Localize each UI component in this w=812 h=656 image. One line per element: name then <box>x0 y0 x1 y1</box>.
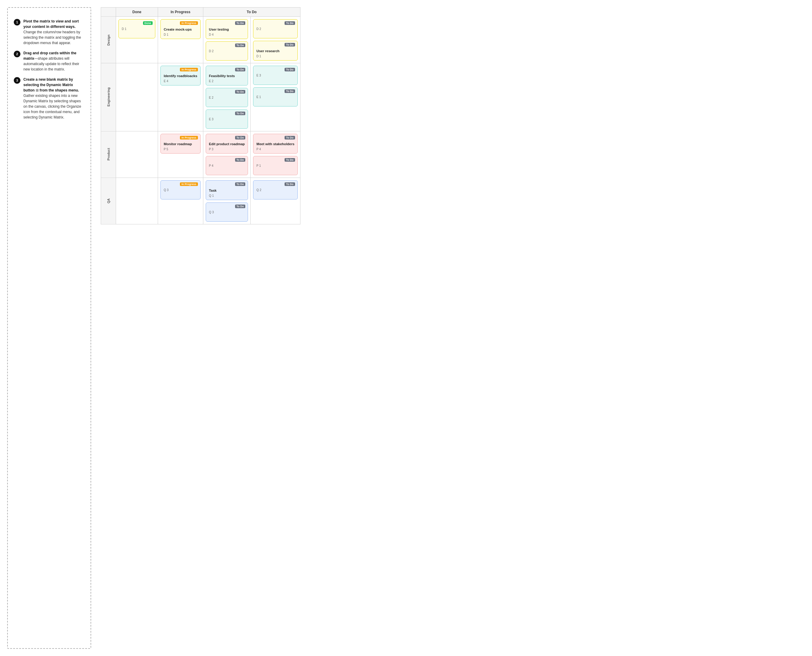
card-badge-1-3-0: To Do <box>284 68 295 71</box>
card-badge-3-2-1: To Do <box>235 204 245 208</box>
card-0-0-0[interactable]: DoneD 1 <box>119 19 155 39</box>
cards-1-1: In ProgressIdentify roadbloacksE 4 <box>161 66 201 85</box>
cell-2-3: To DoMeet with stakeholdersP 4To DoP 1 <box>251 131 301 178</box>
card-title-1-1-0: Identify roadbloacks <box>164 74 197 78</box>
card-meta-1-2-2: E 3 <box>209 118 245 121</box>
card-title-0-1-0: Create mock-ups <box>164 27 197 32</box>
card-badge-1-3-1: To Do <box>284 90 295 93</box>
card-badge-0-2-0: To Do <box>235 21 245 25</box>
card-1-3-1[interactable]: To DoE 1 <box>253 87 298 107</box>
card-meta-3-1-0: Q 3 <box>164 188 197 192</box>
card-badge-3-2-0: To Do <box>235 183 245 186</box>
card-meta-0-2-1: D 2 <box>209 50 245 53</box>
matrix-container: DoneIn ProgressTo Do DesignDoneD 1In Pro… <box>101 7 805 649</box>
instruction-text-1: Pivot the matrix to view and sort your c… <box>23 19 85 46</box>
cards-1-3: To DoE 3To DoE 1 <box>253 66 298 107</box>
card-badge-0-3-0: To Do <box>284 21 295 25</box>
cards-1-0 <box>119 66 155 84</box>
card-title-3-2-0: Task <box>209 188 245 193</box>
card-3-2-0[interactable]: To DoTaskQ 1 <box>206 180 248 200</box>
cards-0-2: To DoUser testingD 4To DoD 2 <box>206 19 248 60</box>
cell-3-0 <box>116 178 158 224</box>
card-2-3-0[interactable]: To DoMeet with stakeholdersP 4 <box>253 134 298 153</box>
card-0-3-1[interactable]: To DoUser researchD 1 <box>253 41 298 60</box>
instruction-text-2: Drag and drop cards within the matrix—sh… <box>23 50 85 72</box>
row-header-product: Product <box>101 131 116 178</box>
card-meta-0-2-0: D 4 <box>209 33 245 36</box>
card-1-3-0[interactable]: To DoE 3 <box>253 66 298 85</box>
card-meta-0-3-1: D 1 <box>256 54 295 58</box>
card-meta-0-3-0: D 2 <box>256 27 295 31</box>
card-badge-2-2-0: To Do <box>235 136 245 139</box>
card-badge-1-1-0: In Progress <box>180 68 198 71</box>
card-badge-0-1-0: In Progress <box>180 21 198 25</box>
card-1-2-2[interactable]: To DoE 3 <box>206 110 248 129</box>
card-badge-0-0-0: Done <box>143 21 153 25</box>
col-header-to-do: To Do <box>203 8 300 17</box>
card-2-2-1[interactable]: To DoP 4 <box>206 156 248 175</box>
card-3-2-1[interactable]: To DoQ 3 <box>206 203 248 222</box>
cell-3-3: To DoQ 2 <box>251 178 301 224</box>
card-badge-2-1-0: In Progress <box>180 136 198 139</box>
card-meta-3-2-1: Q 3 <box>209 210 245 214</box>
card-title-0-3-1: User research <box>256 49 295 53</box>
cell-0-3: To DoD 2To DoUser researchD 1 <box>251 17 301 63</box>
cards-2-1: In ProgressMonitor roadmapP 5 <box>161 134 201 153</box>
col-header-in-progress: In Progress <box>158 8 203 17</box>
card-3-1-0[interactable]: In ProgressQ 3 <box>161 180 201 200</box>
card-0-1-0[interactable]: In ProgressCreate mock-upsD 1 <box>161 19 201 39</box>
card-badge-2-2-1: To Do <box>235 158 245 162</box>
card-badge-1-2-0: To Do <box>235 68 245 71</box>
row-header-engineering: Engineering <box>101 63 116 131</box>
cell-1-3: To DoE 3To DoE 1 <box>251 63 301 131</box>
card-badge-0-2-1: To Do <box>235 43 245 47</box>
card-meta-2-3-0: P 4 <box>256 148 295 151</box>
cell-3-1: In ProgressQ 3 <box>158 178 203 224</box>
cards-2-3: To DoMeet with stakeholdersP 4To DoP 1 <box>253 134 298 175</box>
card-meta-2-3-1: P 1 <box>256 164 295 167</box>
card-0-2-0[interactable]: To DoUser testingD 4 <box>206 19 248 39</box>
cards-3-1: In ProgressQ 3 <box>161 180 201 200</box>
card-2-2-0[interactable]: To DoEdit product roadmapP 3 <box>206 134 248 153</box>
card-2-1-0[interactable]: In ProgressMonitor roadmapP 5 <box>161 134 201 153</box>
card-meta-2-1-0: P 5 <box>164 148 197 151</box>
cards-3-3: To DoQ 2 <box>253 180 298 200</box>
card-1-1-0[interactable]: In ProgressIdentify roadbloacksE 4 <box>161 66 201 85</box>
card-2-3-1[interactable]: To DoP 1 <box>253 156 298 175</box>
instruction-text-3: Create a new blank matrix by selecting t… <box>23 77 85 120</box>
card-meta-1-1-0: E 4 <box>164 79 197 83</box>
cards-2-2: To DoEdit product roadmapP 3To DoP 4 <box>206 134 248 175</box>
col-header-done: Done <box>116 8 158 17</box>
card-meta-0-1-0: D 1 <box>164 33 197 36</box>
card-0-3-0[interactable]: To DoD 2 <box>253 19 298 39</box>
cell-2-1: In ProgressMonitor roadmapP 5 <box>158 131 203 178</box>
cell-empty-3-0 <box>119 180 155 198</box>
cell-empty-2-0 <box>119 134 155 152</box>
instruction-item-1: 1Pivot the matrix to view and sort your … <box>14 19 85 46</box>
card-meta-1-2-1: E 2 <box>209 96 245 99</box>
card-meta-2-2-1: P 4 <box>209 164 245 167</box>
card-title-2-1-0: Monitor roadmap <box>164 142 197 146</box>
matrix-table: DoneIn ProgressTo Do DesignDoneD 1In Pro… <box>101 7 301 224</box>
cell-empty-1-0 <box>119 66 155 84</box>
card-3-3-0[interactable]: To DoQ 2 <box>253 180 298 200</box>
instruction-num-1: 1 <box>14 19 20 25</box>
matrix-corner <box>101 8 116 17</box>
card-meta-3-3-0: Q 2 <box>256 188 295 192</box>
cards-2-0 <box>119 134 155 152</box>
cell-1-1: In ProgressIdentify roadbloacksE 4 <box>158 63 203 131</box>
card-title-2-3-0: Meet with stakeholders <box>256 142 295 146</box>
card-1-2-1[interactable]: To DoE 2 <box>206 88 248 107</box>
card-0-2-1[interactable]: To DoD 2 <box>206 42 248 60</box>
cell-2-2: To DoEdit product roadmapP 3To DoP 4 <box>203 131 250 178</box>
card-meta-2-2-0: P 3 <box>209 148 245 151</box>
cards-0-3: To DoD 2To DoUser researchD 1 <box>253 19 298 60</box>
cards-0-1: In ProgressCreate mock-upsD 1 <box>161 19 201 39</box>
card-1-2-0[interactable]: To DoFeasibility testsE 2 <box>206 66 248 85</box>
cards-0-0: DoneD 1 <box>119 19 155 39</box>
card-badge-3-1-0: In Progress <box>180 183 198 186</box>
card-meta-0-0-0: D 1 <box>122 27 152 31</box>
row-header-design: Design <box>101 17 116 63</box>
instruction-num-2: 2 <box>14 51 20 57</box>
card-badge-1-2-1: To Do <box>235 90 245 94</box>
